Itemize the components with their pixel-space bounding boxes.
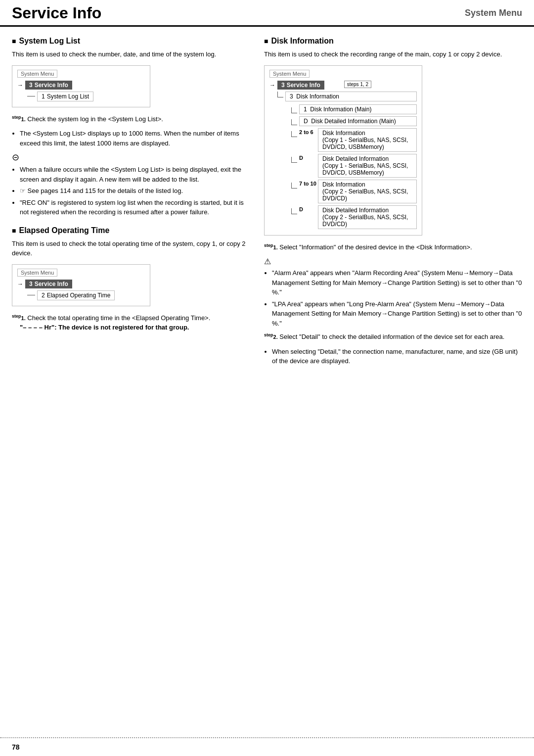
elapsed-desc: This item is used to check the total ope… [12, 239, 254, 258]
step1-sup: step [12, 115, 21, 120]
service-info-box-1: 3 Service Info [25, 81, 72, 90]
service-info-row-1: → 3 Service Info [17, 81, 145, 90]
system-log-diagram: System Menu → 3 Service Info 1 System Lo… [12, 65, 150, 107]
elapsed-step1-sup: step [12, 314, 21, 319]
disk-step2-text: Select "Detail" to check the detailed in… [279, 333, 504, 340]
disk-info-diagram: System Menu → 3 Service Info steps 1, 2 [264, 65, 422, 236]
service-info-name-2: Service Info [35, 281, 68, 287]
disk-step2: step2. Select "Detail" to check the deta… [264, 332, 522, 342]
service-info-row-2: → 3 Service Info [17, 280, 145, 288]
disk-info-heading: Disk Information [264, 37, 522, 46]
page-header: Service Info System Menu [0, 0, 534, 27]
disk-row-d2: D Disk Detailed Information(Copy 1 - Ser… [291, 154, 417, 178]
elapsed-step1-text: Check the total operating time in the <E… [27, 314, 210, 322]
elapsed-step1: step1. Check the total operating time in… [12, 313, 254, 332]
elapsed-sub-box: 2 Elapsed Operating Time [37, 290, 115, 300]
arrow-icon-2: → [17, 281, 23, 287]
disk-caution-bullets: "Alarm Area" appears when "Alarm Recordi… [272, 268, 522, 328]
system-menu-label-2: System Menu [17, 269, 57, 277]
disk-row-2to6: 2 to 6 Disk Information(Copy 1 - SerialB… [291, 128, 417, 152]
disk-step2-label: step2. [264, 334, 278, 340]
note-bullet-3: "REC ON" is registered to system log lis… [20, 198, 254, 217]
disk-info-desc: This item is used to check the recording… [264, 49, 522, 59]
right-column: Disk Information This item is used to ch… [264, 37, 522, 370]
system-log-bullet-1: The <System Log List> displays up to 100… [20, 129, 254, 148]
disk-label-7to10: 7 to 10 [299, 180, 318, 187]
system-log-sub-box: 1 System Log List [37, 92, 93, 101]
disk-sub-rows: 3 Disk Information 1 Disk Information (M… [277, 92, 417, 229]
system-log-heading: System Log List [12, 37, 254, 46]
elapsed-step1-label: step1. [12, 315, 26, 321]
disk-row-7to10: 7 to 10 Disk Information(Copy 2 - Serial… [291, 180, 417, 203]
page-subtitle: System Menu [465, 8, 522, 18]
arrow-icon-3: → [269, 82, 275, 89]
caution-icon: ⚠ [264, 257, 522, 266]
note-bullet-1: When a failure occurs while the <System … [20, 165, 254, 184]
page-number: 78 [12, 743, 20, 751]
system-menu-label-3: System Menu [269, 70, 310, 78]
service-info-num-1: 3 [29, 82, 33, 89]
left-column: System Log List This item is used to che… [12, 37, 254, 370]
disk-row-3: 3 Disk Information [277, 92, 417, 101]
disk-step2-sup: step [264, 332, 273, 337]
disk-box-3: 3 Disk Information [285, 92, 417, 101]
disk-step1-text: Select "Information" of the desired devi… [279, 243, 472, 251]
sub-item-num-1: 1 [42, 93, 45, 100]
disk-info-section: Disk Information This item is used to ch… [264, 37, 522, 366]
service-info-num-3: 3 [281, 82, 285, 89]
sub-item-name-2: Elapsed Operating Time [47, 292, 111, 299]
arrow-icon-1: → [17, 82, 23, 89]
step2-bullet-1: When selecting "Detail," the connection … [272, 347, 522, 366]
page-title: Service Info [12, 4, 101, 22]
note-bullet-2: ☞ See pages 114 and 115 for the details … [20, 186, 254, 196]
system-log-step1: step1. Check the system log in the <Syst… [12, 114, 254, 124]
service-info-name-1: Service Info [35, 82, 68, 89]
disk-box-d3: Disk Detailed Information(Copy 2 - Seria… [318, 205, 417, 229]
disk-box-d1: D Disk Detailed Information (Main) [299, 116, 417, 126]
disk-step1: step1. Select "Information" of the desir… [264, 242, 522, 252]
disk-label-2to6: 2 to 6 [299, 128, 318, 135]
system-log-note-bullets: When a failure occurs while the <System … [20, 165, 254, 217]
line-connector-2 [27, 295, 35, 295]
disk-box-7to10: Disk Information(Copy 2 - SerialBus, NAS… [318, 180, 417, 203]
system-menu-label-1: System Menu [17, 70, 57, 78]
disk-box-1: 1 Disk Information (Main) [299, 104, 417, 114]
service-info-num-2: 3 [29, 281, 33, 287]
disk-row-d1: D Disk Detailed Information (Main) [291, 116, 417, 126]
disk-row-1: 1 Disk Information (Main) [291, 104, 417, 114]
elapsed-diagram: System Menu → 3 Service Info 2 Elapsed O… [12, 264, 150, 306]
disk-label-d3: D [299, 205, 318, 212]
step1-label: step1. [12, 116, 26, 122]
sub-item-name-1: System Log List [47, 93, 89, 100]
caution-bullet-2: "LPA Area" appears when "Long Pre-Alarm … [272, 299, 522, 329]
system-log-bullets: The <System Log List> displays up to 100… [20, 129, 254, 148]
disk-step2-bullets: When selecting "Detail," the connection … [272, 347, 522, 366]
system-log-desc: This item is used to check the number, d… [12, 49, 254, 59]
page: Service Info System Menu System Log List… [0, 0, 534, 756]
elapsed-sub-row: 2 Elapsed Operating Time [27, 290, 145, 300]
disk-label-d2: D [299, 154, 318, 161]
system-log-sub-row: 1 System Log List [27, 92, 145, 101]
disk-box-d2: Disk Detailed Information(Copy 1 - Seria… [318, 154, 417, 178]
steps-badge: steps 1, 2 [344, 81, 371, 88]
service-info-name-3: Service Info [287, 82, 320, 89]
step1-text: Check the system log in the <System Log … [27, 115, 163, 123]
service-info-box-2: 3 Service Info [25, 280, 72, 288]
disk-row-d3: D Disk Detailed Information(Copy 2 - Ser… [291, 205, 417, 229]
disk-box-2to6: Disk Information(Copy 1 - SerialBus, NAS… [318, 128, 417, 152]
elapsed-dash-text: "– – – – Hr": The device is not register… [20, 323, 254, 332]
disk-sub-inner: 1 Disk Information (Main) D Disk Detaile… [291, 103, 417, 229]
page-footer: 78 [0, 737, 534, 756]
caution-bullet-1: "Alarm Area" appears when "Alarm Recordi… [272, 268, 522, 297]
elapsed-heading: Elapsed Operating Time [12, 226, 254, 235]
disk-step1-sup: step [264, 243, 273, 248]
line-connector-1 [27, 96, 35, 96]
service-info-box-3: 3 Service Info [277, 81, 324, 90]
service-info-row-3: → 3 Service Info steps 1, 2 [269, 81, 417, 90]
note-icon-1: ⊝ [12, 152, 254, 163]
sub-item-num-2: 2 [42, 292, 45, 299]
content-area: System Log List This item is used to che… [0, 27, 534, 380]
elapsed-section: Elapsed Operating Time This item is used… [12, 226, 254, 332]
disk-step1-label: step1. [264, 244, 278, 250]
system-log-section: System Log List This item is used to che… [12, 37, 254, 217]
